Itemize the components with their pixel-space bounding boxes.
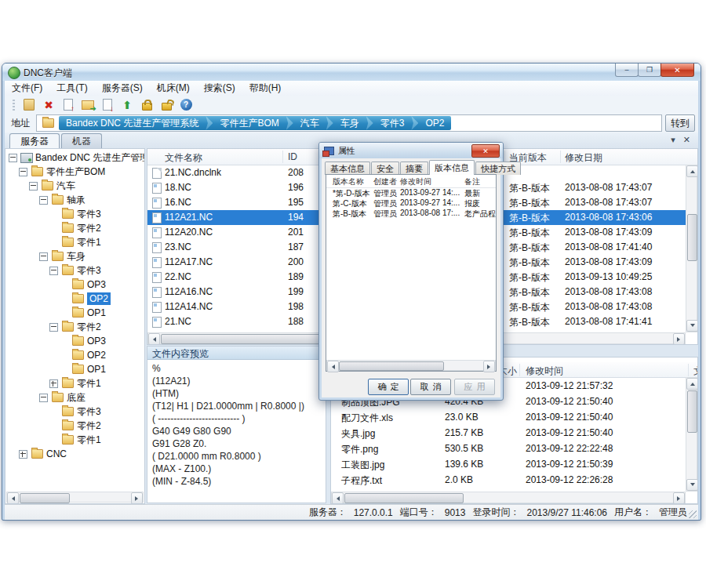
tree-item[interactable]: 零件1 xyxy=(5,376,144,390)
table-row[interactable]: 第-B-版本管理员2013-08-08 17:...老产品程序 xyxy=(326,209,496,219)
tree-horizontal-scrollbar[interactable] xyxy=(6,492,144,503)
table-row[interactable]: *第-D-版本管理员2013-09-27 14:...最新 xyxy=(326,188,496,198)
scroll-left-button[interactable] xyxy=(332,492,344,504)
tree-item-selected[interactable]: OP2 xyxy=(5,292,144,306)
unlock-icon[interactable] xyxy=(159,98,173,112)
collapse-icon[interactable] xyxy=(49,267,58,275)
attachments-vertical-scrollbar[interactable] xyxy=(686,377,697,492)
upload-icon[interactable]: ⬆ xyxy=(120,98,134,112)
column-header-file[interactable]: 文件(& xyxy=(693,365,698,378)
scroll-up-button[interactable] xyxy=(686,378,698,390)
column-header-modified[interactable]: 修改时间 xyxy=(400,176,431,187)
breadcrumb-part3[interactable]: 零件3 xyxy=(373,116,412,130)
list-item[interactable]: 工装图.jpg139.6 KB2013-09-12 21:50:39 xyxy=(331,456,686,472)
scroll-right-button[interactable] xyxy=(673,333,685,345)
tab-shortcut[interactable]: 快捷方式 xyxy=(475,162,521,175)
expand-icon[interactable] xyxy=(19,450,27,459)
scroll-up-button[interactable] xyxy=(686,165,698,177)
list-item[interactable]: 夹具.jpg215.7 KB2013-09-12 21:50:40 xyxy=(331,425,686,441)
apply-button[interactable]: 应用 xyxy=(454,379,495,395)
column-header-date[interactable]: 修改日期 xyxy=(565,151,602,165)
scroll-down-button[interactable] xyxy=(686,320,698,332)
tree-item[interactable]: OP1 xyxy=(5,306,144,320)
scrollbar-thumb[interactable] xyxy=(687,390,697,433)
tree-item[interactable]: 零件生产BOM xyxy=(5,165,144,179)
menu-search[interactable]: 搜索(S) xyxy=(197,81,242,96)
tree-item[interactable]: 汽车 xyxy=(5,179,144,193)
tab-server[interactable]: 服务器 xyxy=(9,133,60,148)
collapse-icon[interactable] xyxy=(39,252,48,261)
collapse-icon[interactable] xyxy=(39,394,48,402)
dialog-horizontal-scrollbar[interactable] xyxy=(326,360,496,371)
tree-item[interactable]: 车身 xyxy=(5,249,144,263)
scroll-right-button[interactable] xyxy=(673,492,685,504)
column-header-name[interactable]: 文件名称 xyxy=(165,151,202,165)
column-header-version-name[interactable]: 版本名称 xyxy=(333,176,364,187)
scroll-right-button[interactable] xyxy=(131,492,143,504)
resize-grip[interactable] xyxy=(689,510,697,518)
send-to-folder-icon[interactable]: ➔ xyxy=(81,98,95,112)
delete-icon[interactable]: ✖ xyxy=(42,98,56,112)
collapse-icon[interactable] xyxy=(49,323,58,332)
tree-item[interactable]: 零件1 xyxy=(5,433,144,447)
tab-summary[interactable]: 摘要 xyxy=(400,162,428,175)
tab-security[interactable]: 安全 xyxy=(371,162,399,175)
scroll-right-button[interactable] xyxy=(483,361,495,372)
list-item[interactable]: 配刀文件.xls23.0 KB2013-09-12 21:50:40 xyxy=(331,409,686,425)
lock-icon[interactable] xyxy=(140,98,154,112)
close-button[interactable]: ✕ xyxy=(661,64,694,77)
table-row[interactable]: 第-C-版本管理员2013-09-27 14:...报废 xyxy=(326,198,496,209)
collapse-icon[interactable] xyxy=(29,182,38,191)
scrollbar-thumb[interactable] xyxy=(344,493,464,503)
list-item[interactable]: 子程序.txt2.0 KB2013-09-12 22:26:28 xyxy=(331,472,686,488)
menu-file[interactable]: 文件(F) xyxy=(5,81,49,96)
column-header-note[interactable]: 备注 xyxy=(464,176,480,187)
tree-item[interactable]: 零件2 xyxy=(5,419,144,433)
chevron-down-icon[interactable]: ▾ xyxy=(671,135,675,145)
menu-server[interactable]: 服务器(S) xyxy=(95,81,150,96)
column-header-modified[interactable]: 修改时间 xyxy=(526,365,563,378)
collapse-icon[interactable] xyxy=(19,168,27,176)
tree-item[interactable]: 底座 xyxy=(5,390,144,405)
breadcrumb-body[interactable]: 车身 xyxy=(333,116,366,130)
scroll-left-button[interactable] xyxy=(148,333,160,345)
breadcrumb-bom[interactable]: 零件生产BOM xyxy=(213,116,286,130)
scrollbar-thumb[interactable] xyxy=(20,493,70,503)
ok-button[interactable]: 确定 xyxy=(368,379,409,395)
check-out-icon[interactable]: ↓ xyxy=(100,98,115,112)
attachments-horizontal-scrollbar[interactable] xyxy=(331,492,686,503)
title-bar[interactable]: DNC客户端 – ❐ ✕ xyxy=(2,64,701,81)
tree-item-root[interactable]: Bandex DNC 先进生产管理系统 xyxy=(5,151,144,165)
tree-item[interactable]: OP3 xyxy=(5,278,144,292)
tree-item[interactable]: 零件2 xyxy=(5,320,144,334)
tree-item[interactable]: 轴承 xyxy=(5,193,144,207)
tree-item[interactable]: OP1 xyxy=(5,362,144,376)
scroll-down-button[interactable] xyxy=(686,479,698,491)
help-icon[interactable]: ? xyxy=(179,98,193,112)
check-in-icon[interactable]: ↑ xyxy=(61,98,75,112)
minimize-button[interactable]: – xyxy=(615,64,639,77)
tree-item[interactable]: 零件1 xyxy=(5,235,144,249)
scrollbar-thumb[interactable] xyxy=(687,214,697,261)
tree-item[interactable]: CNC xyxy=(5,447,144,461)
collapse-icon[interactable] xyxy=(9,154,17,162)
tab-version-info[interactable]: 版本信息 xyxy=(429,160,475,175)
dialog-close-button[interactable]: ✕ xyxy=(471,144,500,158)
new-document-icon[interactable] xyxy=(22,98,36,112)
tree-item[interactable]: 零件3 xyxy=(5,405,144,419)
expand-icon[interactable] xyxy=(49,379,58,388)
tab-machine[interactable]: 机器 xyxy=(61,133,102,148)
breadcrumb-op2[interactable]: OP2 xyxy=(418,116,451,130)
tree-item[interactable]: 零件3 xyxy=(5,263,144,278)
tree-item[interactable]: 零件2 xyxy=(5,221,144,235)
menu-tools[interactable]: 工具(T) xyxy=(49,81,94,96)
scroll-left-button[interactable] xyxy=(327,361,339,372)
maximize-button[interactable]: ❐ xyxy=(638,64,661,77)
column-header-id[interactable]: ID xyxy=(288,151,297,162)
scroll-left-button[interactable] xyxy=(7,492,19,504)
tab-basic-info[interactable]: 基本信息 xyxy=(325,162,370,175)
address-field[interactable]: Bandex DNC 先进生产管理系统 零件生产BOM 汽车 车身 零件3 OP… xyxy=(36,114,662,132)
close-view-icon[interactable]: ✕ xyxy=(683,135,690,145)
go-button[interactable]: 转到 xyxy=(665,114,695,132)
column-header-creator[interactable]: 创建者 xyxy=(373,176,397,187)
